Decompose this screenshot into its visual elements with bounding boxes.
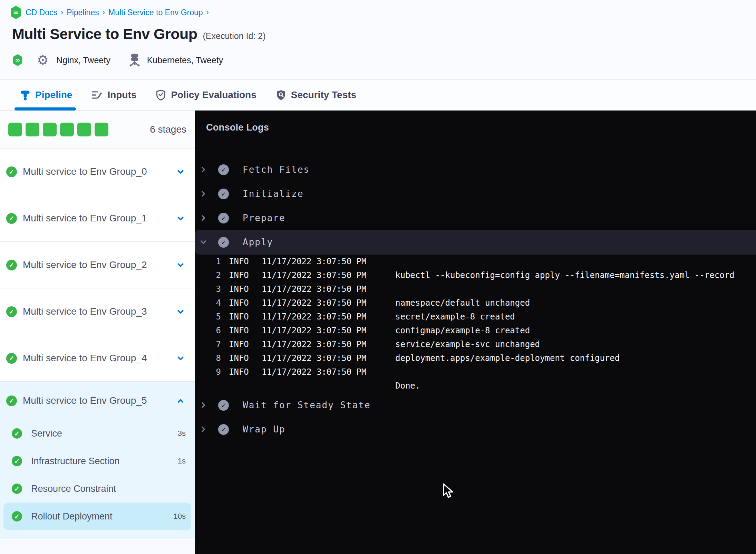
substep-resource-constraint[interactable]: ✓ Resource Constraint: [0, 475, 195, 503]
tab-security-tests[interactable]: Security Tests: [276, 89, 356, 101]
breadcrumb-link-pipelines[interactable]: Pipelines: [67, 8, 99, 17]
success-check-icon: ✓: [6, 353, 17, 364]
stage-name: Multi service to Env Group_3: [23, 306, 147, 317]
stage-row-3[interactable]: ✓ Multi service to Env Group_3: [0, 288, 195, 335]
stage-row-5[interactable]: ✓ Multi service to Env Group_5: [0, 382, 195, 420]
log-timestamp: 11/17/2022 3:07:50 PM: [262, 326, 395, 335]
section-label: Wrap Up: [243, 424, 285, 434]
step-success-icon: ✓: [218, 189, 229, 199]
tab-pipeline[interactable]: Pipeline: [20, 89, 72, 101]
breadcrumb-link-pipeline-name[interactable]: Multi Service to Env Group: [108, 8, 203, 17]
stage-progress-squares: [8, 123, 108, 136]
log-level: INFO: [229, 270, 253, 280]
policy-shield-icon: [156, 89, 166, 101]
success-check-icon: ✓: [12, 456, 22, 466]
log-line-number: 6: [195, 326, 221, 335]
svg-text:∞: ∞: [13, 9, 19, 17]
chevron-right-icon[interactable]: [200, 166, 207, 173]
chevron-down-icon[interactable]: [176, 354, 185, 363]
chevron-down-icon[interactable]: [176, 260, 185, 269]
environment-icon: [128, 53, 141, 67]
log-section-apply[interactable]: ✓ Apply: [195, 230, 756, 255]
log-section-wrap-up[interactable]: ✓ Wrap Up: [195, 417, 756, 442]
log-line-number: 9: [195, 367, 221, 377]
section-label: Apply: [243, 237, 273, 247]
stage-name: Multi service to Env Group_2: [23, 259, 147, 270]
log-level: INFO: [229, 367, 253, 377]
section-label: Prepare: [243, 213, 285, 223]
pipeline-icon: [20, 89, 30, 101]
log-message: kubectl --kubeconfig=config apply --file…: [395, 270, 735, 280]
chevron-down-icon[interactable]: [176, 167, 185, 176]
success-check-icon: ✓: [6, 213, 17, 224]
log-section-prepare[interactable]: ✓ Prepare: [195, 206, 756, 230]
section-label: Fetch Files: [243, 164, 310, 175]
section-label: Wait for Steady State: [243, 400, 371, 410]
log-message: namespace/default unchanged: [395, 298, 530, 308]
chevron-right-icon[interactable]: [200, 214, 207, 222]
tab-label: Policy Evaluations: [171, 89, 256, 101]
chevron-right-icon[interactable]: [200, 401, 207, 409]
log-line-number: 3: [195, 284, 221, 294]
log-line: 1 INFO 11/17/2022 3:07:50 PM: [195, 255, 756, 268]
log-level: INFO: [229, 353, 253, 363]
stage-row-0[interactable]: ✓ Multi service to Env Group_0: [0, 149, 195, 195]
stages-sidebar: 6 stages ✓ Multi service to Env Group_0 …: [0, 111, 195, 554]
log-message: configmap/example-8 created: [395, 326, 530, 335]
console-logs-panel: Console Logs ✓ Fetch Files ✓ Initialize …: [195, 111, 756, 554]
log-timestamp: 11/17/2022 3:07:50 PM: [262, 270, 395, 280]
execution-id: (Execution Id: 2): [203, 31, 266, 41]
stage-row-2[interactable]: ✓ Multi service to Env Group_2: [0, 242, 195, 288]
substep-name: Infrastructure Section: [31, 456, 120, 467]
stages-count: 6 stages: [150, 111, 186, 149]
services-gear-icon: ⚙: [37, 54, 49, 67]
log-section-wait-for-steady-state[interactable]: ✓ Wait for Steady State: [195, 393, 756, 418]
mouse-cursor: [441, 483, 455, 499]
title-row: Multi Service to Env Group (Execution Id…: [12, 26, 266, 42]
substep-name: Rollout Deployment: [31, 511, 113, 522]
stage-row-1[interactable]: ✓ Multi service to Env Group_1: [0, 195, 195, 242]
breadcrumb: ∞ CD Docs › Pipelines › Multi Service to…: [10, 5, 209, 20]
substep-duration: 1s: [178, 457, 186, 466]
progress-square: [95, 123, 108, 136]
log-line-number: 1: [195, 257, 221, 266]
log-line-number: 4: [195, 298, 221, 308]
chevron-right-icon[interactable]: [200, 426, 207, 433]
breadcrumb-separator: ›: [103, 8, 105, 17]
substep-service[interactable]: ✓ Service 3s: [0, 420, 195, 447]
progress-square: [77, 123, 91, 136]
log-section-fetch-files[interactable]: ✓ Fetch Files: [195, 157, 756, 182]
substep-rollout-deployment[interactable]: ✓ Rollout Deployment 10s: [3, 503, 191, 530]
substep-infrastructure-section[interactable]: ✓ Infrastructure Section 1s: [0, 447, 195, 475]
log-timestamp: 11/17/2022 3:07:50 PM: [262, 298, 395, 308]
chevron-down-icon[interactable]: [200, 238, 207, 246]
log-message: service/example-svc unchanged: [395, 340, 540, 349]
inputs-icon: [91, 90, 103, 100]
substep-duration: 10s: [174, 512, 186, 521]
chevron-right-icon[interactable]: [200, 190, 207, 198]
log-line-number: 5: [195, 312, 221, 322]
breadcrumb-link-cd-docs[interactable]: CD Docs: [26, 8, 57, 17]
log-timestamp: 11/17/2022 3:07:50 PM: [262, 257, 395, 266]
expanded-stage-group: ✓ Multi service to Env Group_5 ✓ Service…: [0, 382, 195, 539]
tab-label: Inputs: [107, 89, 136, 101]
stage-row-4[interactable]: ✓ Multi service to Env Group_4: [0, 335, 195, 382]
progress-square: [60, 123, 74, 136]
step-success-icon: ✓: [218, 213, 229, 223]
log-line-number: 2: [195, 270, 221, 280]
chevron-down-icon[interactable]: [176, 307, 185, 316]
console-title: Console Logs: [206, 122, 269, 133]
harness-cd-icon: ∞: [12, 53, 23, 67]
tab-policy-evaluations[interactable]: Policy Evaluations: [156, 89, 256, 101]
log-section-initialize[interactable]: ✓ Initialize: [195, 181, 756, 206]
tab-inputs[interactable]: Inputs: [91, 89, 136, 101]
substep-name: Resource Constraint: [31, 484, 116, 494]
active-tab-underline: [14, 107, 76, 111]
log-done-message: Done.: [395, 379, 420, 393]
stage-name: Multi service to Env Group_5: [23, 395, 147, 406]
environments-label: Kubernetes, Tweety: [147, 55, 223, 65]
chevron-down-icon[interactable]: [176, 214, 185, 223]
substep-name: Service: [31, 428, 62, 439]
chevron-up-icon[interactable]: [176, 396, 185, 405]
services-row: ∞ ⚙ Nginx, Tweety Kubernetes, Tweety: [12, 51, 223, 69]
